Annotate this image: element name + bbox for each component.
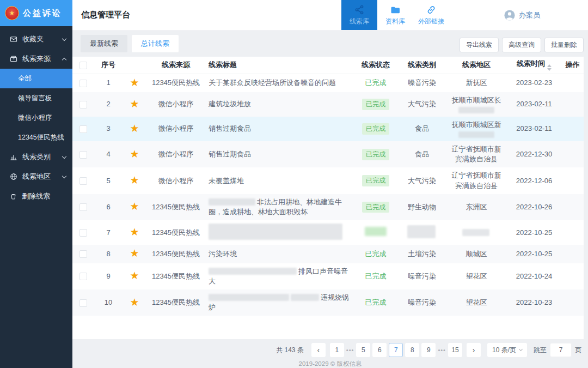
table-row: 7★12345便民热线2022-10-25: [72, 220, 584, 245]
sidebar-subitem-0[interactable]: 全部: [0, 69, 72, 88]
cell-source: 12345便民热线: [146, 220, 205, 245]
cell-star: ★: [122, 74, 146, 92]
cell-checkbox: [72, 141, 94, 167]
tab-latest-clues[interactable]: 最新线索: [81, 35, 127, 52]
star-icon[interactable]: ★: [130, 174, 139, 186]
table-row: 6★12345便民热线非法占用耕地、林地建造牛圈，造成耕地、林地大面积毁坏已完成…: [72, 194, 584, 220]
page-ellipsis[interactable]: •••: [346, 347, 354, 353]
pagination: 共 143 条 ‹ 1•••56789•••15 › 10 条/页 跳至 页: [72, 343, 588, 357]
cell-index: 7: [94, 220, 122, 245]
user-menu[interactable]: 办案员: [504, 0, 540, 30]
logo-text: 公益诉讼: [23, 8, 62, 19]
row-checkbox[interactable]: [79, 125, 87, 133]
export-clues-button[interactable]: 导出线索: [460, 38, 499, 52]
clue-region: 东洲区: [466, 203, 487, 211]
clue-category: 食品: [415, 150, 429, 158]
cell-actions: [561, 92, 584, 117]
page-size-select[interactable]: 10 条/页: [487, 343, 527, 357]
national-emblem-icon: ★: [5, 6, 19, 20]
cell-status: 已完成: [353, 289, 398, 316]
row-index: 3: [106, 124, 110, 132]
row-checkbox[interactable]: [79, 203, 87, 211]
star-icon[interactable]: ★: [130, 226, 139, 238]
row-checkbox[interactable]: [79, 229, 87, 237]
prev-page-button[interactable]: ‹: [311, 343, 326, 357]
row-checkbox[interactable]: [79, 101, 87, 108]
sidebar-item-clue-source[interactable]: 线索来源: [0, 49, 72, 69]
star-icon[interactable]: ★: [130, 248, 139, 259]
chevron-down-icon: [62, 154, 66, 158]
star-icon[interactable]: ★: [130, 201, 139, 212]
col-header-8[interactable]: 线索时间: [507, 57, 561, 74]
sidebar-item-delete-clues[interactable]: 删除线索: [0, 186, 72, 206]
top-header: 信息管理平台 线索库 资料库 外部链接 办案员: [72, 0, 588, 31]
cell-index: 5: [94, 167, 122, 194]
cell-region: 辽宁省抚顺市新宾满族自治县: [446, 141, 507, 167]
status-badge: 已完成: [365, 298, 387, 306]
star-icon[interactable]: ★: [130, 77, 139, 88]
sidebar-item-clue-region[interactable]: 线索地区: [0, 167, 72, 186]
row-checkbox[interactable]: [79, 299, 87, 307]
advanced-query-button[interactable]: 高级查询: [502, 38, 541, 52]
col-header-9: 操作: [561, 57, 584, 74]
cell-actions: [561, 167, 584, 194]
page-number[interactable]: 6: [372, 343, 387, 357]
page-ellipsis[interactable]: •••: [438, 347, 446, 353]
star-icon[interactable]: ★: [130, 297, 139, 308]
sidebar-subitem-2[interactable]: 微信小程序: [0, 108, 72, 128]
page-number[interactable]: 8: [405, 343, 419, 357]
sidebar-item-favorites[interactable]: 收藏夹: [0, 29, 72, 49]
next-page-button[interactable]: ›: [467, 343, 481, 357]
batch-delete-button[interactable]: 批量删除: [544, 38, 584, 52]
sidebar-subitem-3[interactable]: 12345便民热线: [0, 128, 72, 147]
cell-checkbox: [72, 74, 94, 92]
row-index: 4: [106, 150, 110, 158]
cell-title: 违规烧锅炉: [205, 289, 353, 316]
star-icon[interactable]: ★: [130, 123, 139, 134]
star-icon[interactable]: ★: [130, 148, 139, 160]
col-header-1: 序号: [94, 57, 122, 74]
sort-caret-icon[interactable]: [547, 64, 552, 71]
user-avatar-icon: [504, 9, 516, 21]
clue-date: 2023-02-11: [516, 124, 552, 132]
clue-title: 关于某群众反映经营场所设备噪音的问题: [209, 79, 336, 87]
row-checkbox[interactable]: [79, 250, 87, 258]
cell-actions: [561, 245, 584, 263]
star-icon[interactable]: ★: [130, 98, 139, 110]
nav-tab-data-library[interactable]: 资料库: [377, 0, 413, 30]
page-number[interactable]: 9: [421, 343, 436, 357]
row-checkbox[interactable]: [79, 151, 87, 159]
page-number[interactable]: 5: [356, 343, 370, 357]
cell-status: 已完成: [353, 263, 398, 289]
row-checkbox[interactable]: [79, 80, 87, 87]
clue-source: 微信小程序: [158, 124, 194, 132]
select-all-checkbox[interactable]: [79, 62, 87, 69]
row-checkbox[interactable]: [79, 177, 87, 185]
clue-category: 野生动物: [408, 203, 436, 211]
clue-source: 12345便民热线: [152, 228, 200, 237]
content-tabs: 最新线索 总计线索: [81, 35, 179, 52]
nav-tab-clue-library[interactable]: 线索库: [341, 0, 377, 30]
page-number-current[interactable]: 7: [389, 343, 403, 357]
cell-checkbox: [72, 289, 94, 316]
jump-label: 跳至: [534, 346, 547, 355]
tab-total-clues[interactable]: 总计线索: [132, 35, 179, 52]
row-checkbox[interactable]: [79, 273, 87, 280]
page-number[interactable]: 15: [448, 343, 462, 357]
cell-title: 销售过期食品: [205, 117, 353, 141]
sidebar-item-clue-category[interactable]: 线索类别: [0, 147, 72, 167]
cell-title: 建筑垃圾堆放: [205, 92, 353, 117]
star-icon[interactable]: ★: [130, 270, 139, 281]
nav-tab-external-links[interactable]: 外部链接: [413, 0, 449, 30]
clue-category: 土壤污染: [408, 250, 436, 258]
sidebar-subitem-1[interactable]: 领导留言板: [0, 88, 72, 108]
row-index: 8: [106, 250, 110, 258]
cell-category: 野生动物: [398, 194, 446, 220]
page-number[interactable]: 1: [330, 343, 344, 357]
cell-index: 1: [94, 74, 122, 92]
jump-page-input[interactable]: [550, 343, 572, 357]
clue-source: 微信小程序: [158, 100, 194, 108]
nav-tab-label: 资料库: [385, 17, 405, 26]
folder-icon: [390, 4, 401, 15]
cell-region: 望花区: [446, 263, 507, 289]
